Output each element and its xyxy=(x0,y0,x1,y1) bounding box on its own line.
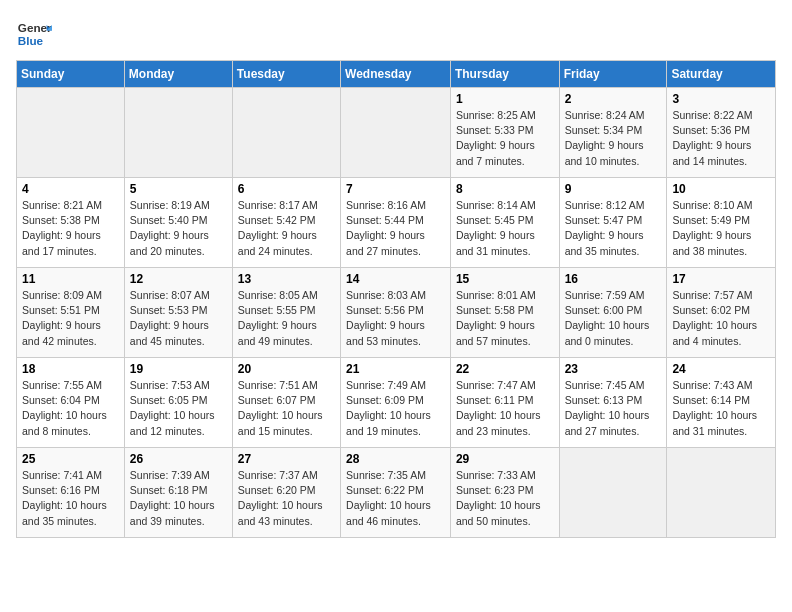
calendar-cell xyxy=(559,448,667,538)
day-number: 3 xyxy=(672,92,770,106)
calendar-cell: 12Sunrise: 8:07 AMSunset: 5:53 PMDayligh… xyxy=(124,268,232,358)
day-info: Sunrise: 7:43 AMSunset: 6:14 PMDaylight:… xyxy=(672,378,770,439)
calendar-cell: 19Sunrise: 7:53 AMSunset: 6:05 PMDayligh… xyxy=(124,358,232,448)
day-number: 9 xyxy=(565,182,662,196)
calendar-cell: 23Sunrise: 7:45 AMSunset: 6:13 PMDayligh… xyxy=(559,358,667,448)
day-info: Sunrise: 8:16 AMSunset: 5:44 PMDaylight:… xyxy=(346,198,445,259)
calendar-cell xyxy=(667,448,776,538)
day-info: Sunrise: 7:45 AMSunset: 6:13 PMDaylight:… xyxy=(565,378,662,439)
calendar-cell: 2Sunrise: 8:24 AMSunset: 5:34 PMDaylight… xyxy=(559,88,667,178)
day-info: Sunrise: 8:19 AMSunset: 5:40 PMDaylight:… xyxy=(130,198,227,259)
calendar-week-row: 18Sunrise: 7:55 AMSunset: 6:04 PMDayligh… xyxy=(17,358,776,448)
day-info: Sunrise: 8:09 AMSunset: 5:51 PMDaylight:… xyxy=(22,288,119,349)
day-info: Sunrise: 7:49 AMSunset: 6:09 PMDaylight:… xyxy=(346,378,445,439)
day-number: 12 xyxy=(130,272,227,286)
day-number: 22 xyxy=(456,362,554,376)
day-number: 14 xyxy=(346,272,445,286)
calendar-cell: 8Sunrise: 8:14 AMSunset: 5:45 PMDaylight… xyxy=(450,178,559,268)
calendar-day-header: Wednesday xyxy=(341,61,451,88)
calendar-day-header: Monday xyxy=(124,61,232,88)
calendar-day-header: Friday xyxy=(559,61,667,88)
day-info: Sunrise: 7:41 AMSunset: 6:16 PMDaylight:… xyxy=(22,468,119,529)
calendar-table: SundayMondayTuesdayWednesdayThursdayFrid… xyxy=(16,60,776,538)
calendar-cell xyxy=(17,88,125,178)
day-info: Sunrise: 8:24 AMSunset: 5:34 PMDaylight:… xyxy=(565,108,662,169)
calendar-week-row: 4Sunrise: 8:21 AMSunset: 5:38 PMDaylight… xyxy=(17,178,776,268)
day-info: Sunrise: 8:03 AMSunset: 5:56 PMDaylight:… xyxy=(346,288,445,349)
calendar-cell: 18Sunrise: 7:55 AMSunset: 6:04 PMDayligh… xyxy=(17,358,125,448)
calendar-cell: 20Sunrise: 7:51 AMSunset: 6:07 PMDayligh… xyxy=(232,358,340,448)
logo-icon: General Blue xyxy=(16,16,52,52)
calendar-day-header: Thursday xyxy=(450,61,559,88)
calendar-week-row: 25Sunrise: 7:41 AMSunset: 6:16 PMDayligh… xyxy=(17,448,776,538)
day-info: Sunrise: 7:55 AMSunset: 6:04 PMDaylight:… xyxy=(22,378,119,439)
calendar-cell: 13Sunrise: 8:05 AMSunset: 5:55 PMDayligh… xyxy=(232,268,340,358)
day-info: Sunrise: 8:22 AMSunset: 5:36 PMDaylight:… xyxy=(672,108,770,169)
day-info: Sunrise: 7:51 AMSunset: 6:07 PMDaylight:… xyxy=(238,378,335,439)
page-header: General Blue xyxy=(16,16,776,52)
calendar-cell: 7Sunrise: 8:16 AMSunset: 5:44 PMDaylight… xyxy=(341,178,451,268)
day-number: 20 xyxy=(238,362,335,376)
day-number: 27 xyxy=(238,452,335,466)
day-number: 21 xyxy=(346,362,445,376)
logo: General Blue xyxy=(16,16,52,52)
day-info: Sunrise: 8:05 AMSunset: 5:55 PMDaylight:… xyxy=(238,288,335,349)
day-number: 18 xyxy=(22,362,119,376)
calendar-cell: 25Sunrise: 7:41 AMSunset: 6:16 PMDayligh… xyxy=(17,448,125,538)
day-number: 6 xyxy=(238,182,335,196)
calendar-cell: 5Sunrise: 8:19 AMSunset: 5:40 PMDaylight… xyxy=(124,178,232,268)
calendar-cell xyxy=(124,88,232,178)
calendar-cell xyxy=(341,88,451,178)
calendar-cell: 15Sunrise: 8:01 AMSunset: 5:58 PMDayligh… xyxy=(450,268,559,358)
calendar-cell: 29Sunrise: 7:33 AMSunset: 6:23 PMDayligh… xyxy=(450,448,559,538)
day-number: 28 xyxy=(346,452,445,466)
calendar-cell: 26Sunrise: 7:39 AMSunset: 6:18 PMDayligh… xyxy=(124,448,232,538)
calendar-cell: 14Sunrise: 8:03 AMSunset: 5:56 PMDayligh… xyxy=(341,268,451,358)
day-info: Sunrise: 8:07 AMSunset: 5:53 PMDaylight:… xyxy=(130,288,227,349)
calendar-cell: 6Sunrise: 8:17 AMSunset: 5:42 PMDaylight… xyxy=(232,178,340,268)
day-info: Sunrise: 7:39 AMSunset: 6:18 PMDaylight:… xyxy=(130,468,227,529)
day-info: Sunrise: 7:53 AMSunset: 6:05 PMDaylight:… xyxy=(130,378,227,439)
day-info: Sunrise: 7:33 AMSunset: 6:23 PMDaylight:… xyxy=(456,468,554,529)
calendar-cell: 4Sunrise: 8:21 AMSunset: 5:38 PMDaylight… xyxy=(17,178,125,268)
day-info: Sunrise: 8:10 AMSunset: 5:49 PMDaylight:… xyxy=(672,198,770,259)
day-number: 19 xyxy=(130,362,227,376)
svg-text:Blue: Blue xyxy=(18,34,44,47)
calendar-cell: 21Sunrise: 7:49 AMSunset: 6:09 PMDayligh… xyxy=(341,358,451,448)
day-number: 25 xyxy=(22,452,119,466)
day-number: 26 xyxy=(130,452,227,466)
calendar-day-header: Sunday xyxy=(17,61,125,88)
day-info: Sunrise: 8:21 AMSunset: 5:38 PMDaylight:… xyxy=(22,198,119,259)
day-number: 1 xyxy=(456,92,554,106)
day-number: 5 xyxy=(130,182,227,196)
calendar-day-header: Saturday xyxy=(667,61,776,88)
day-number: 4 xyxy=(22,182,119,196)
calendar-header-row: SundayMondayTuesdayWednesdayThursdayFrid… xyxy=(17,61,776,88)
day-info: Sunrise: 7:37 AMSunset: 6:20 PMDaylight:… xyxy=(238,468,335,529)
day-info: Sunrise: 8:01 AMSunset: 5:58 PMDaylight:… xyxy=(456,288,554,349)
day-info: Sunrise: 8:14 AMSunset: 5:45 PMDaylight:… xyxy=(456,198,554,259)
day-number: 8 xyxy=(456,182,554,196)
calendar-body: 1Sunrise: 8:25 AMSunset: 5:33 PMDaylight… xyxy=(17,88,776,538)
calendar-week-row: 11Sunrise: 8:09 AMSunset: 5:51 PMDayligh… xyxy=(17,268,776,358)
day-number: 13 xyxy=(238,272,335,286)
day-info: Sunrise: 7:47 AMSunset: 6:11 PMDaylight:… xyxy=(456,378,554,439)
day-number: 24 xyxy=(672,362,770,376)
day-number: 10 xyxy=(672,182,770,196)
calendar-cell: 24Sunrise: 7:43 AMSunset: 6:14 PMDayligh… xyxy=(667,358,776,448)
calendar-cell: 9Sunrise: 8:12 AMSunset: 5:47 PMDaylight… xyxy=(559,178,667,268)
calendar-day-header: Tuesday xyxy=(232,61,340,88)
day-number: 23 xyxy=(565,362,662,376)
day-info: Sunrise: 7:59 AMSunset: 6:00 PMDaylight:… xyxy=(565,288,662,349)
calendar-cell: 17Sunrise: 7:57 AMSunset: 6:02 PMDayligh… xyxy=(667,268,776,358)
day-number: 7 xyxy=(346,182,445,196)
day-number: 17 xyxy=(672,272,770,286)
day-info: Sunrise: 8:17 AMSunset: 5:42 PMDaylight:… xyxy=(238,198,335,259)
day-number: 2 xyxy=(565,92,662,106)
calendar-week-row: 1Sunrise: 8:25 AMSunset: 5:33 PMDaylight… xyxy=(17,88,776,178)
day-number: 15 xyxy=(456,272,554,286)
calendar-cell: 10Sunrise: 8:10 AMSunset: 5:49 PMDayligh… xyxy=(667,178,776,268)
calendar-cell: 16Sunrise: 7:59 AMSunset: 6:00 PMDayligh… xyxy=(559,268,667,358)
calendar-cell: 28Sunrise: 7:35 AMSunset: 6:22 PMDayligh… xyxy=(341,448,451,538)
day-info: Sunrise: 8:12 AMSunset: 5:47 PMDaylight:… xyxy=(565,198,662,259)
